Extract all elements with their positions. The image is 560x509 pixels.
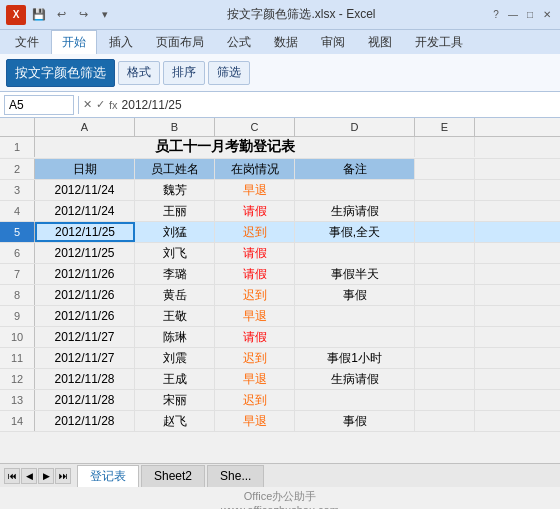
cell-5e[interactable]	[415, 222, 475, 242]
cancel-formula-icon[interactable]: ✕	[83, 98, 92, 111]
cell-11a[interactable]: 2012/11/27	[35, 348, 135, 368]
minimize-button[interactable]: —	[506, 8, 520, 22]
cell-6c[interactable]: 请假	[215, 243, 295, 263]
col-header-d[interactable]: D	[295, 118, 415, 136]
header-note[interactable]: 备注	[295, 159, 415, 179]
cell-14d[interactable]: 事假	[295, 411, 415, 431]
tab-review[interactable]: 审阅	[310, 30, 356, 54]
col-header-b[interactable]: B	[135, 118, 215, 136]
cell-5b[interactable]: 刘猛	[135, 222, 215, 242]
cell-3c[interactable]: 早退	[215, 180, 295, 200]
cell-9e[interactable]	[415, 306, 475, 326]
tab-home[interactable]: 开始	[51, 30, 97, 54]
name-box[interactable]: A5	[4, 95, 74, 115]
cell-3d[interactable]	[295, 180, 415, 200]
insert-function-icon[interactable]: fx	[109, 99, 118, 111]
cell-7a[interactable]: 2012/11/26	[35, 264, 135, 284]
format-button[interactable]: 格式	[118, 61, 160, 85]
col-header-c[interactable]: C	[215, 118, 295, 136]
cell-10d[interactable]	[295, 327, 415, 347]
cell-7b[interactable]: 李璐	[135, 264, 215, 284]
title-cell[interactable]: 员工十一月考勤登记表	[35, 137, 415, 157]
ribbon-tabs[interactable]: 文件 开始 插入 页面布局 公式 数据 审阅 视图 开发工具	[0, 30, 560, 54]
tab-file[interactable]: 文件	[4, 30, 50, 54]
cell-11c[interactable]: 迟到	[215, 348, 295, 368]
cell-10c[interactable]: 请假	[215, 327, 295, 347]
col-header-e[interactable]: E	[415, 118, 475, 136]
cell-13b[interactable]: 宋丽	[135, 390, 215, 410]
cell-14a[interactable]: 2012/11/28	[35, 411, 135, 431]
cell-6a[interactable]: 2012/11/25	[35, 243, 135, 263]
cell-3e[interactable]	[415, 180, 475, 200]
confirm-formula-icon[interactable]: ✓	[96, 98, 105, 111]
sheet-tab-2[interactable]: Sheet2	[141, 465, 205, 487]
cell-4d[interactable]: 生病请假	[295, 201, 415, 221]
tab-page-layout[interactable]: 页面布局	[145, 30, 215, 54]
cell-12b[interactable]: 王成	[135, 369, 215, 389]
sheet-tab-1[interactable]: 登记表	[77, 465, 139, 487]
formula-icons[interactable]: ✕ ✓ fx	[83, 98, 118, 111]
tab-developer[interactable]: 开发工具	[404, 30, 474, 54]
cell-5a[interactable]: 2012/11/25	[35, 222, 135, 242]
sheet-nav-next[interactable]: ▶	[38, 468, 54, 484]
formula-input[interactable]	[122, 95, 556, 115]
cell-8d[interactable]: 事假	[295, 285, 415, 305]
cell-12a[interactable]: 2012/11/28	[35, 369, 135, 389]
maximize-button[interactable]: □	[523, 8, 537, 22]
sheet-tab-3[interactable]: She...	[207, 465, 264, 487]
sheet-nav[interactable]: ⏮ ◀ ▶ ⏭	[4, 468, 71, 484]
cell-9d[interactable]	[295, 306, 415, 326]
cell-8e[interactable]	[415, 285, 475, 305]
sheet-nav-last[interactable]: ⏭	[55, 468, 71, 484]
cell-13d[interactable]	[295, 390, 415, 410]
window-controls[interactable]: ? — □ ✕	[489, 8, 554, 22]
cell-3a[interactable]: 2012/11/24	[35, 180, 135, 200]
cell-7e[interactable]	[415, 264, 475, 284]
tab-formula[interactable]: 公式	[216, 30, 262, 54]
cell-5d[interactable]: 事假,全天	[295, 222, 415, 242]
header-name[interactable]: 员工姓名	[135, 159, 215, 179]
cell-9c[interactable]: 早退	[215, 306, 295, 326]
cell-14c[interactable]: 早退	[215, 411, 295, 431]
cell-8b[interactable]: 黄岳	[135, 285, 215, 305]
cell-5c[interactable]: 迟到	[215, 222, 295, 242]
save-icon[interactable]: 💾	[30, 6, 48, 24]
redo-icon[interactable]: ↪	[74, 6, 92, 24]
undo-icon[interactable]: ↩	[52, 6, 70, 24]
close-button[interactable]: ✕	[540, 8, 554, 22]
cell-6d[interactable]	[295, 243, 415, 263]
cell-4c[interactable]: 请假	[215, 201, 295, 221]
header-status[interactable]: 在岗情况	[215, 159, 295, 179]
filter-button[interactable]: 筛选	[208, 61, 250, 85]
cell-7d[interactable]: 事假半天	[295, 264, 415, 284]
help-button[interactable]: ?	[489, 8, 503, 22]
cell-12d[interactable]: 生病请假	[295, 369, 415, 389]
cell-12e[interactable]	[415, 369, 475, 389]
filter-by-color-button[interactable]: 按文字颜色筛选	[6, 59, 115, 87]
sort-button[interactable]: 排序	[163, 61, 205, 85]
customise-icon[interactable]: ▾	[96, 6, 114, 24]
cell-12c[interactable]: 早退	[215, 369, 295, 389]
cell-9b[interactable]: 王敬	[135, 306, 215, 326]
cell-11d[interactable]: 事假1小时	[295, 348, 415, 368]
cell-8c[interactable]: 迟到	[215, 285, 295, 305]
cell-3b[interactable]: 魏芳	[135, 180, 215, 200]
cell-7c[interactable]: 请假	[215, 264, 295, 284]
tab-data[interactable]: 数据	[263, 30, 309, 54]
cell-14b[interactable]: 赵飞	[135, 411, 215, 431]
col-header-a[interactable]: A	[35, 118, 135, 136]
cell-10e[interactable]	[415, 327, 475, 347]
cell-4a[interactable]: 2012/11/24	[35, 201, 135, 221]
header-date[interactable]: 日期	[35, 159, 135, 179]
cell-8a[interactable]: 2012/11/26	[35, 285, 135, 305]
cell-14e[interactable]	[415, 411, 475, 431]
cell-11e[interactable]	[415, 348, 475, 368]
cell-9a[interactable]: 2012/11/26	[35, 306, 135, 326]
cell-2e[interactable]	[415, 159, 475, 179]
sheet-nav-prev[interactable]: ◀	[21, 468, 37, 484]
cell-4b[interactable]: 王丽	[135, 201, 215, 221]
sheet-nav-first[interactable]: ⏮	[4, 468, 20, 484]
cell-1e[interactable]	[415, 137, 475, 157]
cell-13c[interactable]: 迟到	[215, 390, 295, 410]
cell-10a[interactable]: 2012/11/27	[35, 327, 135, 347]
